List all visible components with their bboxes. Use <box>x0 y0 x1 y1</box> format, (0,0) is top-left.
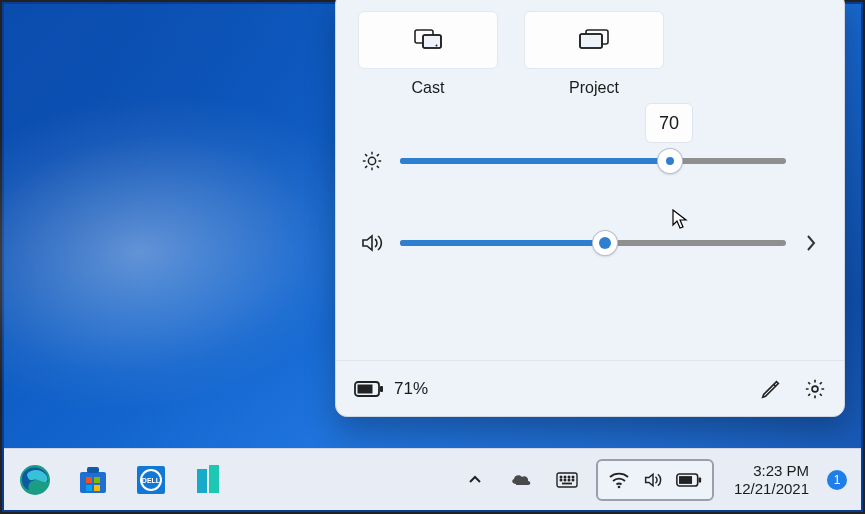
system-tray-group[interactable] <box>596 459 714 501</box>
volume-slider[interactable] <box>400 240 786 246</box>
svg-line-12 <box>365 154 367 156</box>
svg-rect-18 <box>358 384 373 393</box>
svg-point-42 <box>572 479 574 481</box>
battery-icon <box>354 380 384 398</box>
clock-date: 12/21/2021 <box>734 480 809 498</box>
svg-rect-5 <box>580 34 602 48</box>
tray-overflow-chevron[interactable] <box>458 460 492 500</box>
touch-keyboard-icon[interactable] <box>550 460 584 500</box>
volume-slider-thumb[interactable] <box>593 231 617 255</box>
svg-rect-32 <box>197 469 207 493</box>
edit-icon[interactable] <box>760 378 782 400</box>
svg-point-19 <box>812 386 818 392</box>
svg-line-14 <box>365 166 367 168</box>
cursor-icon <box>672 209 690 231</box>
project-label: Project <box>524 79 664 97</box>
edge-icon[interactable] <box>18 463 52 497</box>
svg-rect-24 <box>87 467 99 473</box>
svg-line-15 <box>377 154 379 156</box>
taskbar-clock[interactable]: 3:23 PM 12/21/2021 <box>734 462 809 498</box>
svg-point-37 <box>568 476 570 478</box>
project-tile[interactable] <box>524 11 664 69</box>
svg-rect-25 <box>86 477 92 483</box>
svg-point-39 <box>560 479 562 481</box>
battery-tray-icon <box>676 472 702 488</box>
svg-rect-1 <box>423 35 441 48</box>
settings-icon[interactable] <box>804 378 826 400</box>
brightness-slider[interactable] <box>400 158 786 164</box>
brightness-value-tooltip: 70 <box>645 103 693 143</box>
svg-point-35 <box>560 476 562 478</box>
svg-rect-33 <box>209 465 219 493</box>
svg-point-38 <box>572 476 574 478</box>
svg-text:DELL: DELL <box>142 477 161 484</box>
speaker-icon <box>642 471 664 489</box>
cast-tile[interactable] <box>358 11 498 69</box>
quick-settings-panel: Cast Project 70 <box>335 0 845 417</box>
svg-rect-47 <box>679 476 692 484</box>
svg-rect-28 <box>94 485 100 491</box>
battery-status[interactable]: 71% <box>354 379 428 399</box>
volume-output-chevron[interactable] <box>800 234 822 252</box>
wifi-icon <box>608 471 630 489</box>
svg-line-13 <box>377 166 379 168</box>
brightness-icon <box>358 147 386 175</box>
svg-rect-26 <box>94 477 100 483</box>
cast-icon <box>414 29 442 51</box>
svg-point-41 <box>568 479 570 481</box>
svg-rect-46 <box>698 477 701 482</box>
svg-point-7 <box>368 157 375 164</box>
svg-point-3 <box>436 45 438 47</box>
microsoft-store-icon[interactable] <box>76 463 110 497</box>
svg-point-44 <box>618 485 621 488</box>
project-icon <box>579 29 609 51</box>
dell-app-icon[interactable]: DELL <box>134 463 168 497</box>
svg-rect-17 <box>380 386 383 392</box>
taskbar: DELL <box>4 448 861 510</box>
volume-icon <box>358 229 386 257</box>
svg-point-36 <box>564 476 566 478</box>
svg-point-40 <box>564 479 566 481</box>
clock-time: 3:23 PM <box>734 462 809 480</box>
svg-rect-23 <box>80 472 106 493</box>
cast-label: Cast <box>358 79 498 97</box>
notification-badge[interactable]: 1 <box>827 470 847 490</box>
svg-rect-27 <box>86 485 92 491</box>
brightness-slider-thumb[interactable] <box>658 149 682 173</box>
battery-percent-text: 71% <box>394 379 428 399</box>
app-stack-icon[interactable] <box>192 463 226 497</box>
onedrive-icon[interactable] <box>504 460 538 500</box>
